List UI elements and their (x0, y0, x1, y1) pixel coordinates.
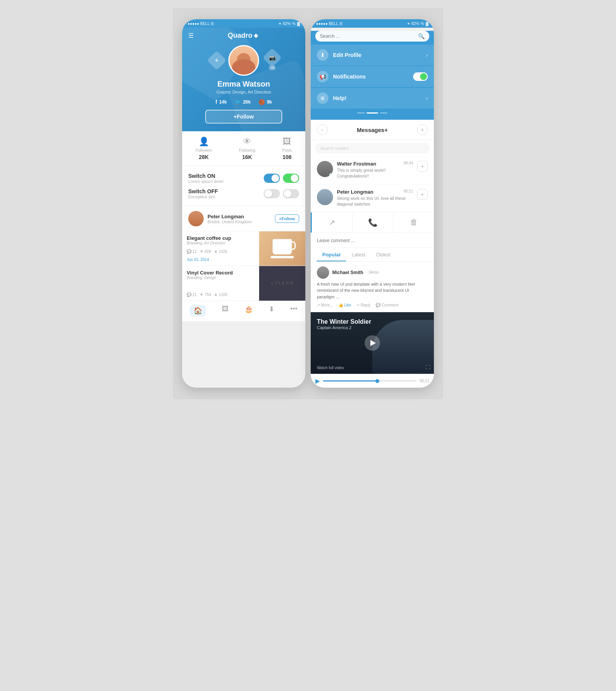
profile-avatar[interactable] (228, 45, 259, 76)
walter-header: Walter Frostman 08:44 (337, 161, 413, 167)
slide-dot-1 (357, 112, 365, 114)
person-location: Bristol, United Kingdom (208, 219, 271, 224)
toggle-knob-green (291, 174, 298, 182)
call-action[interactable]: 📞 (353, 212, 393, 233)
search-input[interactable] (320, 33, 416, 39)
share-action[interactable]: ↗ (311, 212, 353, 233)
vinyl-meta: 💬 21 👁 754 ★ 1109 (187, 293, 254, 297)
coffee-illustration (259, 231, 305, 266)
message-peter[interactable]: Peter Longman 06:21 Strong work on this … (311, 184, 434, 212)
peter-face (317, 189, 333, 205)
follow-button[interactable]: +Follow (205, 110, 282, 124)
play-button[interactable] (365, 335, 380, 351)
person-avatar (188, 211, 204, 226)
search-bar[interactable]: 🔍 (315, 31, 429, 42)
coffee-saucer (271, 256, 294, 258)
play-triangle-icon (370, 340, 376, 346)
walter-avatar (317, 161, 333, 177)
michael-name: Michael Smith (332, 270, 363, 275)
online-indicator (329, 173, 333, 177)
peter-text: Strong work on this UI, love all these d… (337, 196, 413, 207)
contact-search[interactable]: Search contact ... (315, 143, 429, 153)
reply-button[interactable]: ↩ Reply (357, 303, 370, 307)
michael-avatar (317, 266, 329, 279)
battery-pct-left: 82% (283, 22, 291, 26)
slide-dot-2 (367, 112, 378, 114)
add-button[interactable]: + (207, 51, 227, 70)
nav-more[interactable]: ••• (290, 305, 298, 316)
follow-person-button[interactable]: +Follow (275, 214, 299, 223)
switch-on-row: Switch ON Lorem ipsum amet (188, 171, 299, 186)
toggle-off-1[interactable] (264, 189, 280, 198)
player-play-button[interactable]: ▶ (315, 377, 320, 385)
tab-oldest[interactable]: Oldest (371, 248, 396, 261)
delete-action[interactable]: 🗑 (393, 212, 434, 233)
card-vinyl-image: L Y L E R K (259, 266, 305, 301)
twitter-stat: 🐦 26k (234, 99, 251, 105)
cake-icon: 🎂 (244, 305, 253, 313)
comment-input[interactable] (317, 238, 428, 243)
card-category: Branding, Art Direction (187, 241, 254, 245)
like-button[interactable]: 👍 Like (338, 303, 351, 307)
share-icon: ↗ (329, 218, 335, 227)
status-right-left: ✦ 82%% ▓ (278, 22, 300, 26)
switch-off-row: Switch OFF Excepteur sint (188, 186, 299, 201)
switch-on-sub: Lorem ipsum amet (188, 179, 223, 184)
card-coffee: Elegant coffee cup Branding, Art Directi… (182, 231, 305, 266)
help-arrow: › (426, 95, 428, 101)
search-icon: 🔍 (418, 33, 425, 39)
carrier-right: ●●●●● BELL ☰ (316, 22, 343, 26)
menu-notifications[interactable]: 📢 Notifications (311, 66, 434, 87)
walter-action-button[interactable]: + (417, 161, 428, 172)
more-icon: ••• (290, 305, 298, 313)
nav-gallery[interactable]: 🖼 (222, 305, 229, 316)
michael-face (317, 266, 329, 279)
dual-phones: ●●●●● BELL ☰ ✦ 82%% ▓ ☰ Quadro (182, 19, 434, 388)
notifications-toggle[interactable] (413, 72, 428, 81)
toggles-on (264, 174, 299, 183)
nav-cake[interactable]: 🎂 (244, 305, 253, 316)
toggle-green[interactable] (283, 174, 299, 183)
hamburger-icon[interactable]: ☰ (188, 32, 194, 39)
app-nav: ☰ Quadro (182, 28, 305, 42)
comment-actions: ↗ More... 👍 Like ↩ Reply 💬 Comment (317, 303, 428, 307)
toggle-blue[interactable] (264, 174, 280, 183)
switch-off-sub: Excepteur sint (188, 194, 218, 199)
add-message-button[interactable]: + (417, 124, 428, 135)
peter-action-button[interactable]: + (417, 189, 428, 200)
contact-search-placeholder: Search contact ... (320, 146, 353, 151)
fullscreen-icon[interactable]: ⛶ (425, 365, 430, 370)
progress-bar[interactable] (323, 380, 417, 381)
comment-michael: Michael Smith · 34min A fresh new UI psd… (311, 262, 434, 313)
more-button[interactable]: ↗ More... (317, 303, 333, 307)
peter-content: Peter Longman 06:21 Strong work on this … (337, 189, 413, 207)
comment-button[interactable]: 💬 Comment (376, 303, 398, 307)
twitter-icon: 🐦 (234, 99, 241, 105)
cards-section: Elegant coffee cup Branding, Art Directi… (182, 231, 305, 301)
status-right-right: ✦ 82%% ▓ (407, 22, 429, 26)
stats-row: 👤 Followers 28K 👁 Following 16K 🖼 Posts … (182, 131, 305, 166)
facebook-count: 14k (219, 99, 227, 105)
bluetooth-icon-r: ✦ (407, 22, 410, 26)
toggle-off-2[interactable] (283, 189, 299, 198)
menu-edit-profile[interactable]: ⬇ Edit Profile › (311, 45, 434, 65)
card-date: Jun 01, 2014 (187, 258, 254, 262)
posts-icon: 🖼 (283, 137, 291, 147)
message-walter[interactable]: Walter Frostman 08:44 This is simply gre… (311, 156, 434, 184)
nav-home[interactable]: 🏠 (190, 305, 206, 316)
video-title: The Winter Soldier (317, 318, 371, 325)
menu-help[interactable]: ⊕ Help! › (311, 88, 434, 109)
followers-label: Followers (196, 148, 212, 152)
tab-popular[interactable]: Popular (317, 248, 346, 261)
nav-download[interactable]: ⬇ (269, 305, 275, 316)
slide-dot-3 (380, 112, 387, 114)
view-icon: 👁 608 (200, 249, 211, 254)
coffee-cup (273, 239, 292, 254)
profile-header: ☰ Quadro + (182, 28, 305, 131)
tab-latest[interactable]: Latest (346, 248, 370, 261)
walter-text: This is simply great work!! Congratulati… (337, 167, 413, 179)
back-button[interactable]: ‹ (317, 124, 328, 135)
comment-input-area[interactable] (311, 233, 434, 248)
photo-button[interactable]: 📷 +8 (265, 51, 279, 70)
battery-icon-right: ▓ (426, 22, 429, 26)
